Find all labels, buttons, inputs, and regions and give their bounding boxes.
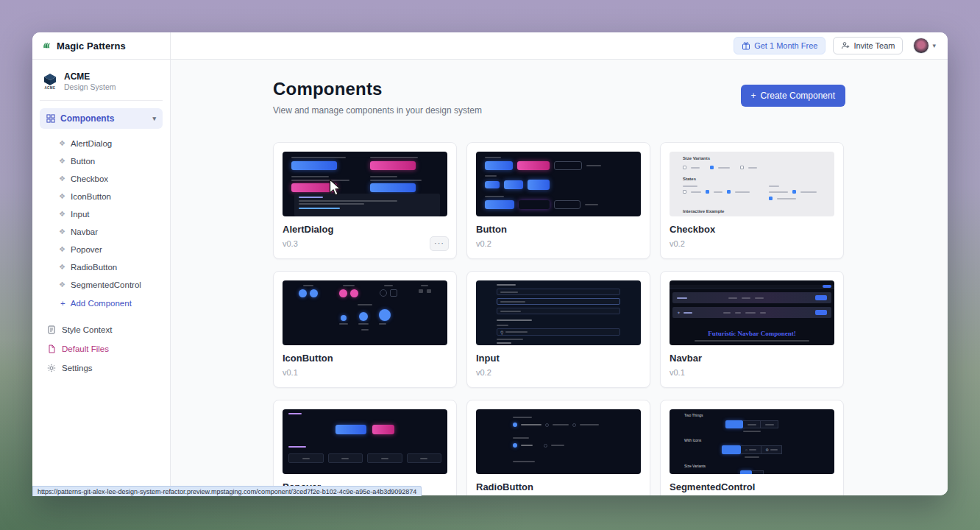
card-thumbnail (476, 152, 641, 216)
card-name: AlertDialog (283, 224, 447, 235)
sidebar-footer: Style Context Default Files Settings (40, 320, 163, 378)
invite-label: Invite Team (853, 41, 895, 50)
component-icon: ❖ (59, 175, 65, 183)
component-icon: ❖ (59, 264, 65, 271)
card-name: Input (476, 353, 641, 364)
sidebar-item-label: Popover (71, 245, 102, 254)
card-thumbnail: Size Variants States (670, 152, 834, 216)
create-component-button[interactable]: + Create Component (741, 85, 845, 107)
main-panel: Components View and manage components in… (171, 60, 948, 495)
sidebar-section-label: Components (60, 113, 114, 124)
gear-icon (47, 364, 56, 372)
status-url-bar: https://patterns-git-alex-lee-design-sys… (32, 486, 422, 496)
add-component-label: Add Component (71, 299, 132, 308)
create-component-label: Create Component (761, 91, 835, 101)
plus-icon: + (60, 299, 65, 308)
status-url: https://patterns-git-alex-lee-design-sys… (38, 488, 416, 495)
component-icon: ❖ (59, 158, 65, 165)
sidebar-item-label: IconButton (71, 192, 111, 201)
chevron-down-icon: ▾ (152, 115, 156, 122)
sidebar-item-iconbutton[interactable]: ❖IconButton (40, 188, 163, 205)
add-component-button[interactable]: +Add Component (40, 294, 163, 313)
sidebar-item-button[interactable]: ❖Button (40, 152, 163, 170)
card-alertdialog[interactable]: AlertDialog v0.3 ··· (273, 142, 457, 259)
acme-logo: ACME (43, 73, 57, 90)
thumb-label: States (683, 177, 821, 181)
thumb-label: Two Things (684, 413, 820, 417)
sidebar-item-checkbox[interactable]: ❖Checkbox (40, 170, 163, 188)
acme-logo-text: ACME (44, 86, 55, 90)
brand-name: Magic Patterns (57, 40, 126, 52)
card-thumbnail (283, 409, 447, 474)
card-more-button[interactable]: ··· (430, 236, 449, 251)
sidebar-item-default-files[interactable]: Default Files (40, 339, 163, 358)
card-radiobutton[interactable]: RadioButton v0.1 (466, 400, 650, 495)
sidebar-item-navbar[interactable]: ❖Navbar (40, 223, 163, 241)
cube-icon (43, 73, 57, 86)
promo-button[interactable]: Get 1 Month Free (734, 37, 825, 54)
footer-item-label: Style Context (62, 325, 112, 334)
sidebar-section-components[interactable]: Components ▾ (40, 108, 163, 129)
document-icon (47, 325, 56, 334)
app-window: Magic Patterns Get 1 Month Free Invite T (32, 32, 948, 495)
user-menu[interactable]: ▾ (913, 38, 936, 54)
workspace-name: ACME (64, 71, 116, 82)
component-list: ❖AlertDialog ❖Button ❖Checkbox ❖IconButt… (40, 135, 163, 313)
card-version: v0.2 (670, 239, 834, 248)
sidebar-item-radiobutton[interactable]: ❖RadioButton (40, 258, 163, 276)
topbar-actions: Get 1 Month Free Invite Team ▾ (171, 32, 948, 59)
card-checkbox[interactable]: Size Variants States (660, 142, 844, 259)
sidebar-item-alertdialog[interactable]: ❖AlertDialog (40, 135, 163, 152)
component-icon: ❖ (59, 281, 65, 289)
thumb-label: Interactive Example (683, 209, 821, 213)
card-name: Button (476, 224, 641, 235)
sidebar-item-label: AlertDialog (71, 139, 112, 148)
brand[interactable]: Magic Patterns (32, 32, 171, 59)
mouse-cursor (329, 179, 341, 197)
card-thumbnail: ✦ Futuristic Navbar Component! (670, 280, 834, 345)
invite-team-button[interactable]: Invite Team (833, 37, 903, 54)
sidebar-item-label: Navbar (71, 227, 98, 236)
person-plus-icon (841, 41, 850, 50)
card-name: Navbar (670, 353, 834, 364)
card-navbar[interactable]: ✦ Futuristic Navbar Component! Navbar v0… (660, 271, 844, 388)
card-name: RadioButton (476, 481, 641, 492)
card-version: v0.3 (283, 239, 447, 248)
sidebar-item-popover[interactable]: ❖Popover (40, 241, 163, 258)
plus-icon: + (751, 91, 756, 101)
component-icon: ❖ (59, 228, 65, 236)
code-block (294, 194, 440, 216)
card-thumbnail: ⚲ (476, 280, 641, 345)
sidebar-item-label: Checkbox (71, 174, 108, 183)
chevron-down-icon: ▾ (932, 42, 936, 49)
sidebar-item-label: RadioButton (71, 263, 117, 272)
card-input[interactable]: ⚲ Input v0.2 (466, 271, 650, 388)
sidebar-item-style-context[interactable]: Style Context (40, 320, 163, 339)
card-version: v0.1 (670, 368, 834, 377)
component-icon: ❖ (59, 193, 65, 200)
sidebar-item-settings[interactable]: Settings (40, 358, 163, 378)
card-name: SegmentedControl (670, 481, 834, 492)
sidebar-item-segmentedcontrol[interactable]: ❖SegmentedControl (40, 276, 163, 294)
sidebar-item-label: Input (71, 210, 90, 219)
card-popover[interactable]: Popover v0.2 (273, 400, 457, 495)
sidebar-item-input[interactable]: ❖Input (40, 205, 163, 223)
card-segmentedcontrol[interactable]: Two Things With Icons ○ ⚙ (660, 400, 844, 495)
component-grid: AlertDialog v0.3 ··· (273, 142, 845, 495)
card-thumbnail: Two Things With Icons ○ ⚙ (670, 409, 834, 474)
grid-icon (46, 114, 55, 123)
footer-item-label: Default Files (62, 344, 109, 353)
avatar (913, 38, 929, 54)
card-name: Checkbox (670, 224, 834, 235)
card-button[interactable]: Button v0.2 (466, 142, 650, 259)
page-title: Components (273, 79, 482, 99)
sidebar-item-label: Button (71, 157, 95, 166)
thumb-caption: Futuristic Navbar Component! (670, 330, 834, 337)
thumb-label: Size Variants (684, 464, 820, 468)
magic-patterns-logo-icon (43, 41, 52, 50)
sidebar: ACME ACME Design System Components ▾ (32, 60, 171, 495)
thumb-label: With Icons (684, 438, 820, 442)
card-iconbutton[interactable]: IconButton v0.1 (273, 271, 457, 388)
workspace-switcher[interactable]: ACME ACME Design System (40, 68, 163, 101)
card-thumbnail (476, 409, 641, 474)
